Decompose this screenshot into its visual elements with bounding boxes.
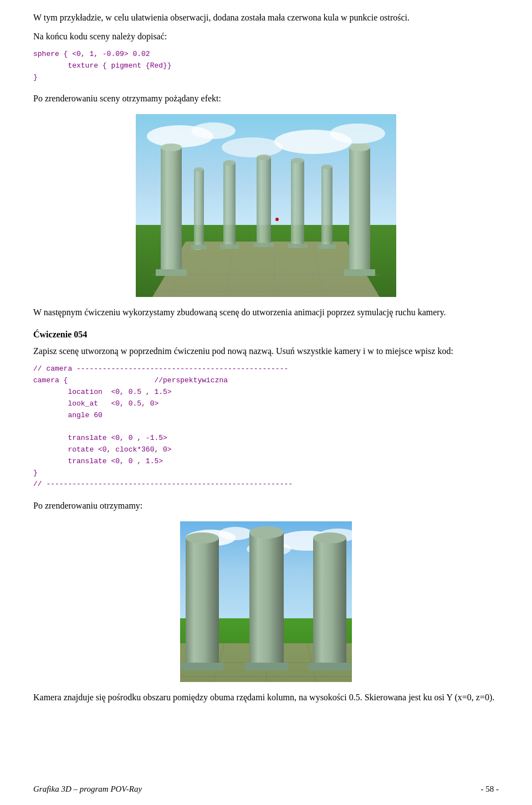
svg-rect-52 [249,532,284,668]
svg-point-30 [161,143,182,151]
svg-rect-55 [313,538,346,668]
svg-rect-14 [194,170,204,250]
svg-point-21 [257,155,271,160]
next-exercise-text: W następnym ćwiczeniu wykorzystamy zbudo… [33,306,499,319]
svg-point-56 [313,532,346,543]
svg-rect-23 [291,161,304,248]
svg-point-24 [291,158,304,163]
svg-rect-16 [191,245,207,249]
svg-rect-57 [309,663,351,670]
svg-rect-31 [156,269,187,276]
svg-point-35 [275,218,279,221]
svg-rect-26 [321,167,332,249]
intro-text: W tym przykładzie, w celu ułatwienia obs… [33,11,499,24]
svg-point-15 [194,167,204,172]
svg-point-2 [191,122,236,139]
svg-rect-51 [181,663,223,670]
svg-point-53 [249,526,284,539]
sphere-code-block: sphere { <0, 1, -0.09> 0.02 texture { pi… [33,49,499,83]
svg-rect-20 [257,157,271,247]
svg-rect-17 [223,163,236,249]
svg-rect-22 [253,243,274,247]
svg-point-50 [186,532,219,543]
svg-point-27 [321,165,332,169]
svg-rect-28 [318,244,336,249]
svg-rect-34 [344,269,375,276]
footer-left-text: Grafika 3D – program POV-Ray [33,785,142,794]
after-render2-label: Po zrenderowaniu otrzymamy: [33,499,499,512]
rendered-image-2 [180,521,352,682]
svg-rect-54 [245,663,288,670]
after-render-label: Po zrenderowaniu sceny otrzymamy pożądan… [33,92,499,105]
svg-point-33 [349,143,370,151]
camera-code-block: // camera ------------------------------… [33,363,499,490]
svg-rect-49 [186,538,219,668]
svg-rect-32 [349,147,370,275]
svg-rect-25 [288,244,308,248]
svg-point-5 [222,137,283,157]
svg-point-4 [330,124,385,143]
exercise-desc: Zapisz scenę utworzoną w poprzednim ćwic… [33,345,499,358]
page-footer: Grafika 3D – program POV-Ray - 58 - [0,785,532,794]
rendered-image-2-container [33,521,499,682]
footer-page-number: - 58 - [481,785,499,794]
svg-rect-19 [220,244,239,249]
camera-desc: Kamera znajduje się pośrodku obszaru pom… [33,691,499,704]
code-label: Na końcu kodu sceny należy dopisać: [33,30,499,43]
svg-point-38 [219,527,252,540]
rendered-image-1 [136,114,396,297]
svg-point-18 [223,160,236,166]
rendered-image-1-container [33,114,499,297]
exercise-heading: Ćwiczenie 054 [33,328,499,341]
svg-rect-29 [161,147,182,275]
